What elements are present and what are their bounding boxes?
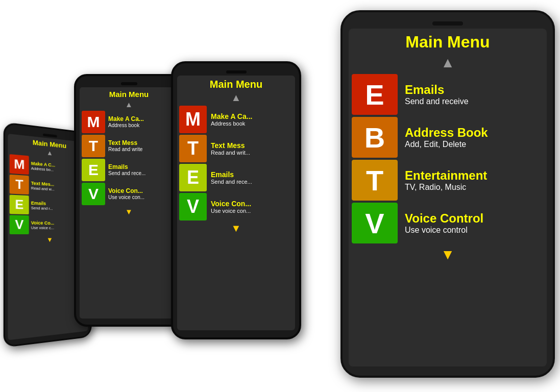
item-title-large-4: Voice Control: [405, 211, 483, 226]
s2-arrow-up: ▲: [125, 100, 133, 109]
letter-e-small: E: [10, 195, 29, 215]
phone-second-small: Main Menu ▲ M Make A Ca... Address book …: [74, 74, 184, 327]
medium-screen: Main Menu ▲ M Make A Ca... Address book …: [177, 76, 295, 330]
large-notch: [432, 21, 463, 26]
item-title-medium-2: Text Mess: [211, 141, 250, 150]
item-title-small-3: Emails: [31, 200, 53, 206]
letter-v-medium: V: [179, 193, 207, 220]
item-title-medium-1: Make A Ca...: [211, 112, 252, 120]
small-menu-title: Main Menu: [33, 138, 66, 150]
letter-b-large: B: [352, 117, 398, 158]
item-sub-large-2: Add, Edit, Delete: [405, 140, 488, 149]
large-arrow-up: ▲: [441, 55, 455, 71]
item-sub-small-2: Read and w...: [31, 185, 55, 191]
list-item[interactable]: T Entertainment TV, Radio, Music: [352, 160, 544, 201]
item-sub-large-1: Send and receive: [405, 97, 469, 106]
medium-arrow-down: ▼: [231, 223, 241, 234]
large-menu-title: Main Menu: [405, 33, 490, 52]
s2-menu-title: Main Menu: [109, 90, 149, 99]
s2-sub-4: Use voice con...: [108, 194, 144, 200]
s2-title-2: Text Mess: [108, 139, 142, 146]
small-arrow-up: ▲: [46, 149, 53, 157]
s2-sub-2: Read and write: [108, 146, 142, 152]
item-title-medium-4: Voice Con...: [211, 200, 251, 208]
letter-v-small: V: [10, 215, 29, 234]
list-item[interactable]: E Emails Send and rece...: [82, 159, 176, 181]
item-sub-large-4: Use voice control: [405, 226, 483, 235]
letter-m-small: M: [10, 154, 29, 175]
letter-t-medium: T: [179, 135, 207, 162]
item-title-large-2: Address Book: [405, 126, 488, 140]
letter-t-s2: T: [82, 135, 105, 157]
item-sub-large-3: TV, Radio, Music: [405, 183, 487, 192]
list-item[interactable]: T Text Mess Read and write: [82, 135, 176, 157]
medium-menu-title: Main Menu: [210, 79, 262, 90]
s2-arrow-down: ▼: [125, 207, 133, 216]
list-item[interactable]: V Voice Control Use voice control: [352, 203, 544, 243]
list-item[interactable]: T Text Mess Read and writ...: [179, 135, 293, 162]
letter-e-s2: E: [82, 159, 105, 181]
large-arrow-down: ▼: [441, 247, 455, 263]
item-sub-small-3: Send and r...: [31, 205, 53, 210]
large-screen: Main Menu ▲ E Emails Send and receive B …: [349, 29, 547, 366]
phone-medium: Main Menu ▲ M Make A Ca... Address book …: [171, 61, 301, 339]
list-item[interactable]: E Emails Send and rece...: [179, 164, 293, 191]
s2-title-1: Make A Ca...: [108, 115, 144, 122]
letter-e-medium: E: [179, 164, 207, 191]
scene: Main Menu ▲ M Make A C... Address bo... …: [0, 0, 560, 392]
item-sub-medium-2: Read and writ...: [211, 150, 250, 156]
s2-title-3: Emails: [108, 163, 145, 170]
letter-t-large: T: [352, 160, 398, 201]
s2-screen: Main Menu ▲ M Make A Ca... Address book …: [80, 87, 178, 318]
item-sub-medium-3: Send and rece...: [211, 179, 252, 185]
letter-m-medium: M: [179, 106, 207, 133]
item-sub-medium-1: Address book: [211, 120, 252, 127]
item-sub-small-4: Use voice c...: [31, 225, 54, 230]
s2-title-4: Voice Con...: [108, 187, 144, 194]
item-title-large-3: Entertainment: [405, 168, 487, 183]
list-item[interactable]: V Voice Con... Use voice con...: [179, 193, 293, 220]
phone-large: Main Menu ▲ E Emails Send and receive B …: [340, 10, 555, 378]
list-item[interactable]: M Make A Ca... Address book: [82, 111, 176, 133]
letter-m-s2: M: [82, 111, 105, 133]
list-item[interactable]: B Address Book Add, Edit, Delete: [352, 117, 544, 158]
list-item[interactable]: M Make A Ca... Address book: [179, 106, 293, 133]
letter-v-s2: V: [82, 183, 105, 205]
item-title-medium-3: Emails: [211, 170, 252, 179]
small-notch: [43, 133, 57, 137]
item-title-large-1: Emails: [405, 83, 469, 97]
medium-arrow-up: ▲: [231, 92, 241, 104]
item-sub-medium-4: Use voice con...: [211, 208, 251, 214]
letter-t-small: T: [10, 175, 29, 194]
list-item[interactable]: V Voice Con... Use voice con...: [82, 183, 176, 205]
small-arrow-down: ▼: [46, 236, 53, 243]
list-item[interactable]: E Emails Send and receive: [352, 74, 544, 115]
letter-e-large: E: [352, 74, 398, 115]
medium-notch: [226, 70, 247, 74]
s2-notch: [121, 82, 137, 85]
item-title-small-4: Voice Co...: [31, 220, 54, 226]
letter-v-large: V: [352, 203, 398, 243]
s2-sub-3: Send and rece...: [108, 170, 145, 176]
s2-sub-1: Address book: [108, 122, 144, 128]
